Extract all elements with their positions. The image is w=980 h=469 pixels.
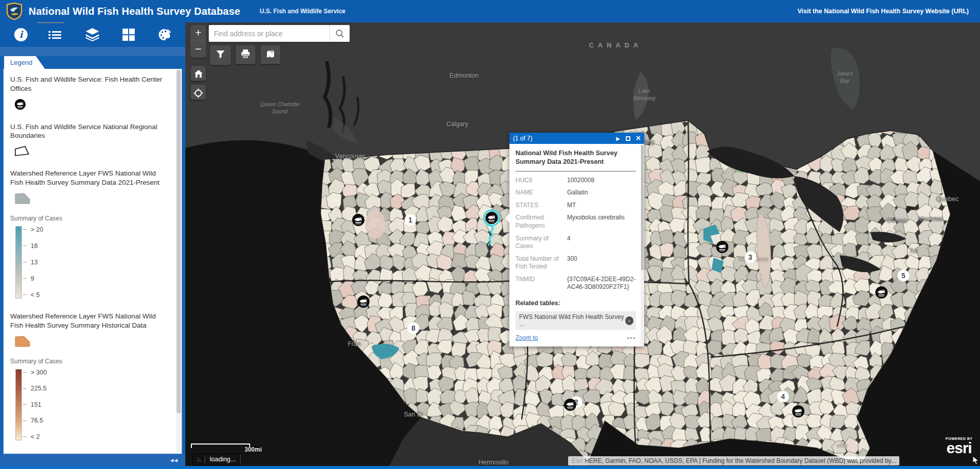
legend-item-title: Watershed Reference Layer FWS National W… <box>10 169 169 187</box>
filter-button[interactable] <box>210 45 231 65</box>
home-button[interactable] <box>190 65 206 81</box>
search-icon[interactable] <box>329 25 350 42</box>
region-number-badge: 1 <box>405 214 416 226</box>
fws-logo <box>6 3 22 20</box>
fish-icon <box>792 405 805 418</box>
legend-list-icon <box>52 30 61 40</box>
popup-field-row: Summary of Cases4 <box>516 235 636 251</box>
region-number-badge: 3 <box>745 252 756 263</box>
map-label: Fran <box>348 340 361 348</box>
zoom-control: + − <box>190 25 206 58</box>
legend-scrollbar[interactable] <box>176 70 181 452</box>
popup-field-row: STATESMT <box>516 202 636 210</box>
legend-panel: U.S. Fish and Wildlife Service: Fish Hea… <box>3 69 183 455</box>
popup-title: National Wild Fish Health Survey Summary… <box>516 149 636 166</box>
fish-health-center-marker[interactable] <box>352 213 365 227</box>
popup-pointer <box>505 213 509 223</box>
field-value: 300 <box>566 255 577 271</box>
map-label: Ottawa <box>887 217 907 224</box>
fish-icon <box>357 295 370 308</box>
popup-next-icon[interactable]: ▶ <box>616 136 620 141</box>
map-label: Tor <box>909 248 918 255</box>
home-icon <box>194 69 203 78</box>
fish-icon <box>564 398 577 411</box>
legend-tab[interactable]: Legend <box>4 56 45 69</box>
fish-health-center-marker[interactable] <box>792 405 805 418</box>
red-color-ramp: > 300 225.5 151 76.5 < 2 <box>15 369 169 440</box>
fish-icon <box>716 240 729 254</box>
field-value: 10020008 <box>566 177 594 185</box>
map-label: Edmonton <box>450 72 479 79</box>
panel-tab-row: Legend <box>0 56 185 69</box>
fish-health-center-marker[interactable] <box>875 286 888 299</box>
field-label: NAME <box>516 189 566 197</box>
field-label: HUC8 <box>516 177 566 185</box>
app-header: National Wild Fish Health Survey Databas… <box>0 0 980 22</box>
chevron-right-icon[interactable]: › <box>625 316 633 325</box>
map-label: Lake Winnipeg <box>633 88 655 102</box>
fish-health-center-marker-selected[interactable] <box>485 211 498 225</box>
sidebar-tab-layers[interactable] <box>81 24 104 45</box>
app-subtitle: U.S. Fish and Wildlife Service <box>260 8 346 15</box>
map-area[interactable]: CANADAEdmontonCalgaryVancouverWinnipegQu… <box>185 22 980 466</box>
basemap-grid-icon <box>122 29 135 41</box>
teal-polygon-symbol <box>14 192 169 207</box>
map-label: CANADA <box>589 41 642 49</box>
popup-scrollbar[interactable] <box>641 144 644 347</box>
fish-health-center-marker[interactable] <box>716 240 729 254</box>
popup-field-row: Total Number of Fish Tested300 <box>516 255 636 271</box>
sidebar-tab-legend[interactable] <box>45 24 68 45</box>
region-number-badge: 5 <box>898 270 909 281</box>
popup-fields: HUC810020008NAMEGallatinSTATESMTConfirme… <box>516 177 636 292</box>
field-value: {37C09AE4-2DEE-49D2-AC46-3D80920F27F1} <box>566 276 636 291</box>
sidebar-tab-basemap[interactable] <box>117 24 140 45</box>
field-label: Summary of Cases <box>516 235 566 251</box>
search-input[interactable] <box>209 25 329 42</box>
popup-field-row: Confirmed PathogensMyxobolus cerebralis <box>516 214 636 230</box>
sidebar-tab-draw[interactable] <box>153 24 176 45</box>
popup-close-icon[interactable]: × <box>636 135 641 141</box>
loading-indicator: ∴ loading... <box>192 454 241 465</box>
loading-spinner-icon: ∴ <box>193 456 205 463</box>
popup-menu-dots[interactable]: ••• <box>627 335 636 341</box>
orange-polygon-symbol <box>14 335 169 350</box>
panel-strip <box>0 47 185 56</box>
region-number-badge: 4 <box>777 391 789 402</box>
legend-sublabel: Summary of Cases <box>10 215 169 222</box>
field-value: MT <box>566 202 576 210</box>
feature-popup: (1 of 7) ▶ × National Wild Fish Health S… <box>509 133 644 347</box>
map-label: James Bay <box>837 70 853 84</box>
fish-health-center-marker[interactable] <box>357 295 370 308</box>
sidebar: i <box>0 22 185 466</box>
popup-maximize-icon[interactable] <box>626 136 630 141</box>
fish-health-center-marker[interactable] <box>564 398 577 411</box>
save-map-button[interactable] <box>260 45 281 64</box>
fish-icon <box>352 213 365 227</box>
print-button[interactable] <box>235 45 256 64</box>
field-value: Gallatin <box>566 189 588 197</box>
popup-field-row: TNMID{37C09AE4-2DEE-49D2-AC46-3D80920F27… <box>516 276 636 291</box>
zoom-to-link[interactable]: Zoom to <box>516 334 538 341</box>
related-table-item[interactable]: FWS National Wild Fish Health Survey ...… <box>516 311 636 330</box>
sidebar-collapse-bar[interactable]: ◀◀ <box>0 455 185 466</box>
popup-pager: (1 of 7) <box>513 135 532 142</box>
collapse-arrows-icon: ◀◀ <box>170 458 178 463</box>
zoom-out-button[interactable]: − <box>190 41 206 58</box>
locate-button[interactable] <box>190 84 206 100</box>
map-label: Montreal <box>918 215 943 223</box>
esri-logo[interactable]: POWERED BY esri <box>939 437 979 456</box>
sidebar-tab-info[interactable]: i <box>9 24 33 45</box>
legend-item-title: Watershed Reference Layer FWS National W… <box>10 312 169 330</box>
mouse-cursor-icon <box>972 456 979 465</box>
zoom-in-button[interactable]: + <box>190 25 206 41</box>
map-attribution: EsriHERE, Garmin, FAO, NOAA, USGS, EPA |… <box>568 456 899 465</box>
palette-icon <box>157 28 172 41</box>
field-label: Total Number of Fish Tested <box>516 255 566 271</box>
region-number-badge: 8 <box>408 323 419 334</box>
scale-label: 300mi <box>244 446 262 453</box>
popup-header[interactable]: (1 of 7) ▶ × <box>509 133 644 144</box>
layers-icon <box>85 28 100 41</box>
website-link[interactable]: Visit the National Wild Fish Health Surv… <box>797 8 969 15</box>
popup-field-row: NAMEGallatin <box>516 189 636 197</box>
map-label: ville <box>837 442 848 449</box>
